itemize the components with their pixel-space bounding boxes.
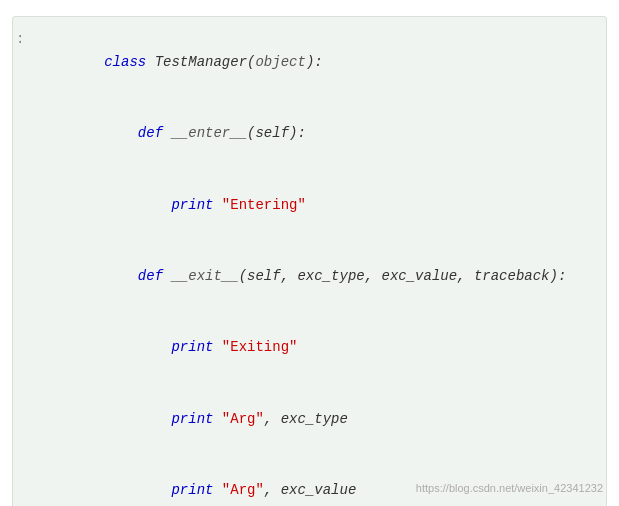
paren-close: ): bbox=[550, 268, 567, 284]
indent bbox=[104, 339, 171, 355]
code-line: class TestManager(object): bbox=[37, 27, 592, 98]
paren: ( bbox=[239, 268, 247, 284]
method-enter: __enter__ bbox=[171, 125, 247, 141]
keyword-class: class bbox=[104, 54, 154, 70]
params-exit: self, exc_type, exc_value, traceback bbox=[247, 268, 549, 284]
indent bbox=[104, 125, 138, 141]
code-line: def __exit__(self, exc_type, exc_value, … bbox=[37, 241, 592, 312]
code-line: print "Entering" bbox=[37, 170, 592, 241]
keyword-print-3: print bbox=[171, 411, 221, 427]
gutter-1: : bbox=[12, 28, 24, 52]
indent bbox=[104, 268, 138, 284]
code-content-1: class TestManager(object): def __enter__… bbox=[12, 16, 607, 506]
string-entering: "Entering" bbox=[222, 197, 306, 213]
string-arg2: "Arg" bbox=[222, 482, 264, 498]
base-class: object bbox=[255, 54, 305, 70]
paren-close: ): bbox=[289, 125, 306, 141]
code-line: def __enter__(self): bbox=[37, 98, 592, 169]
indent bbox=[104, 197, 171, 213]
param-self: self bbox=[255, 125, 289, 141]
class-name: TestManager bbox=[155, 54, 247, 70]
code-block-1: : class TestManager(object): def __enter… bbox=[12, 16, 607, 506]
keyword-print-2: print bbox=[171, 339, 221, 355]
keyword-def: def bbox=[138, 125, 172, 141]
page-container: : class TestManager(object): def __enter… bbox=[0, 16, 619, 506]
indent bbox=[104, 411, 171, 427]
keyword-print: print bbox=[171, 197, 221, 213]
keyword-def-2: def bbox=[138, 268, 172, 284]
code-line: print "Arg", exc_type bbox=[37, 384, 592, 455]
keyword-print-4: print bbox=[171, 482, 221, 498]
string-arg1: "Arg" bbox=[222, 411, 264, 427]
code-line: print "Exiting" bbox=[37, 313, 592, 384]
code-line: print "Arg", exc_value bbox=[37, 455, 592, 506]
comma-excvalue: , exc_value bbox=[264, 482, 356, 498]
method-exit: __exit__ bbox=[171, 268, 238, 284]
indent bbox=[104, 482, 171, 498]
comma-exctype: , exc_type bbox=[264, 411, 348, 427]
paren-close: ): bbox=[306, 54, 323, 70]
watermark: https://blog.csdn.net/weixin_42341232 bbox=[416, 482, 603, 494]
string-exiting: "Exiting" bbox=[222, 339, 298, 355]
